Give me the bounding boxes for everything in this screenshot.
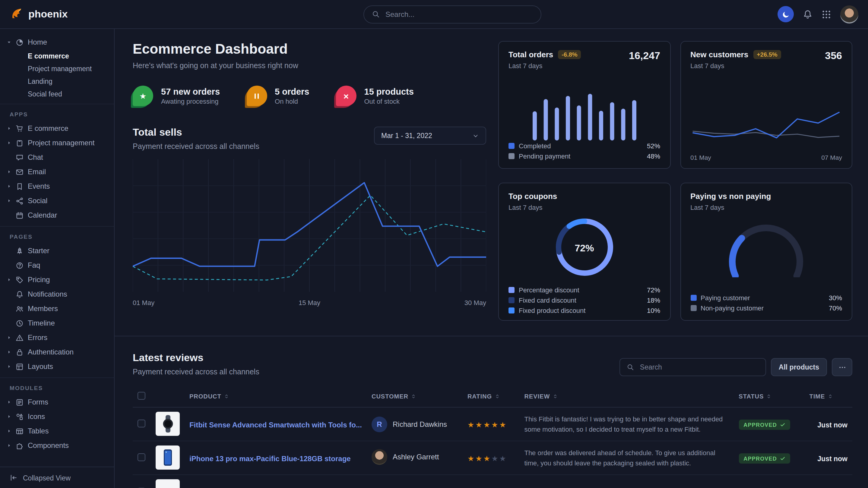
sidebar-item-members[interactable]: Members [0, 301, 114, 316]
brand[interactable]: phoenix [10, 6, 67, 22]
latest-reviews-subtitle: Payment received across all channels [133, 368, 259, 376]
sidebar-item-forms[interactable]: Forms [0, 395, 114, 409]
sidebar-item-social[interactable]: Social [0, 194, 114, 208]
puzzle-icon [16, 442, 24, 449]
status-badge: APPROVED [739, 420, 790, 430]
sidebar-subitem-social-feed[interactable]: Social feed [0, 88, 114, 100]
sidebar-item-chat[interactable]: Chat [0, 150, 114, 165]
global-search[interactable] [363, 5, 541, 23]
notifications-button[interactable] [803, 9, 812, 19]
collapsed-view-label: Collapsed View [23, 474, 70, 481]
status-badge: APPROVED [739, 454, 790, 464]
sidebar-item-timeline[interactable]: Timeline [0, 316, 114, 330]
all-products-button[interactable]: All products [771, 358, 827, 376]
topbar: phoenix [0, 0, 868, 29]
sidebar-subitem-project-management[interactable]: Project management [0, 62, 114, 75]
x-axis-label: 01 May [133, 299, 154, 306]
sidebar-item-e-commerce[interactable]: E commerce [0, 121, 114, 136]
card-title: Top coupons [508, 192, 557, 201]
product-link[interactable]: Fitbit Sense Advanced Smartwatch with To… [189, 421, 362, 429]
product-link[interactable]: iPhone 13 pro max-Pacific Blue-128GB sto… [189, 454, 351, 463]
check-icon [780, 456, 785, 461]
legend-value: 72% [647, 286, 660, 293]
column-header-status[interactable]: STATUS [734, 386, 804, 407]
column-header-rating[interactable]: RATING [463, 386, 520, 407]
sidebar: HomeE commerceProject managementLandingS… [0, 29, 115, 488]
bookmark-icon [16, 182, 24, 190]
rating-stars: ★★★★★ [467, 421, 507, 429]
caret-right-icon [7, 350, 11, 355]
sidebar-item-events[interactable]: Events [0, 179, 114, 194]
collapsed-view-toggle[interactable]: Collapsed View [0, 466, 114, 488]
caret-right-icon [7, 429, 11, 433]
warning-icon [16, 334, 24, 341]
date-range-select[interactable]: Mar 1 - 31, 2022 [374, 127, 486, 145]
sidebar-item-errors[interactable]: Errors [0, 330, 114, 345]
reviews-search-input[interactable] [639, 363, 759, 371]
sidebar-item-layouts[interactable]: Layouts [0, 359, 114, 374]
sidebar-item-pricing[interactable]: Pricing [0, 272, 114, 287]
sidebar-item-calendar[interactable]: Calendar [0, 208, 114, 223]
apps-grid-button[interactable] [822, 9, 831, 19]
review-time: Just now [817, 455, 847, 462]
sort-icon [552, 394, 558, 399]
review-text: The order was delivered ahead of schedul… [524, 448, 729, 468]
sidebar-item-project-management[interactable]: Project management [0, 136, 114, 150]
sidebar-item-email[interactable]: Email [0, 165, 114, 179]
mail-icon [16, 168, 24, 176]
legend-label: Percentage discount [519, 286, 579, 293]
sort-icon [766, 394, 772, 399]
row-checkbox[interactable] [137, 453, 145, 461]
table-header-row: PRODUCTCUSTOMERRATINGREVIEWSTATUSTIME [133, 386, 852, 407]
sidebar-item-tables[interactable]: Tables [0, 424, 114, 438]
more-options-button[interactable] [832, 358, 852, 376]
sidebar-item-label: Authentication [28, 348, 73, 356]
rating-stars: ★★★★★ [467, 454, 507, 463]
user-avatar[interactable] [840, 5, 858, 23]
sidebar-item-authentication[interactable]: Authentication [0, 345, 114, 359]
column-header-time[interactable]: TIME [805, 386, 852, 407]
bell-icon [803, 9, 812, 19]
sidebar-item-notifications[interactable]: Notifications [0, 287, 114, 301]
sidebar-subitem-landing[interactable]: Landing [0, 75, 114, 88]
clock-icon [16, 319, 24, 327]
brand-name: phoenix [28, 8, 67, 20]
page-title: Ecommerce Dashboard [133, 41, 486, 57]
new-customers-x-axis: 01 May 07 May [690, 154, 842, 161]
column-header-review[interactable]: REVIEW [519, 386, 734, 407]
clipboard-icon [16, 139, 24, 147]
select-all-checkbox[interactable] [137, 392, 145, 400]
form-icon [16, 398, 24, 406]
theme-toggle-button[interactable] [777, 6, 794, 22]
caret-right-icon [7, 169, 11, 174]
legend-label: Non-paying customer [701, 304, 764, 312]
sidebar-item-home[interactable]: Home [0, 35, 114, 50]
legend-value: 30% [829, 294, 842, 301]
trend-badge: -6.8% [558, 50, 581, 59]
top-coupons-legend: Percentage discount72%Fixed card discoun… [508, 285, 660, 315]
column-header-product[interactable]: PRODUCT [185, 386, 367, 407]
latest-reviews-title: Latest reviews [133, 352, 259, 364]
total-sells-header: Total sells Payment received across all … [133, 127, 486, 151]
sidebar-subitem-e-commerce[interactable]: E commerce [0, 50, 114, 62]
sidebar-item-icons[interactable]: Icons [0, 409, 114, 424]
caret-right-icon [7, 140, 11, 145]
sidebar-item-components[interactable]: Components [0, 438, 114, 453]
latest-reviews-section: Latest reviews Payment received across a… [115, 336, 868, 488]
row-checkbox[interactable] [137, 419, 145, 427]
sidebar-item-label: Project management [28, 139, 94, 147]
caret-right-icon [7, 414, 11, 419]
column-header-customer[interactable]: CUSTOMER [367, 386, 463, 407]
users-icon [16, 305, 24, 313]
search-icon [372, 10, 379, 18]
stat-caption: Awating processing [161, 98, 220, 105]
sidebar-item-faq[interactable]: Faq [0, 258, 114, 272]
layout-icon [16, 363, 24, 370]
customer-name: Ashley Garrett [393, 452, 439, 461]
lock-icon [16, 348, 24, 356]
sidebar-item-starter[interactable]: Starter [0, 243, 114, 258]
global-search-input[interactable] [384, 9, 533, 19]
card-top-coupons: Top coupons Last 7 days 72% Percentage d… [498, 183, 671, 321]
reviews-search[interactable] [619, 358, 766, 376]
sidebar-item-label: Icons [28, 412, 45, 421]
